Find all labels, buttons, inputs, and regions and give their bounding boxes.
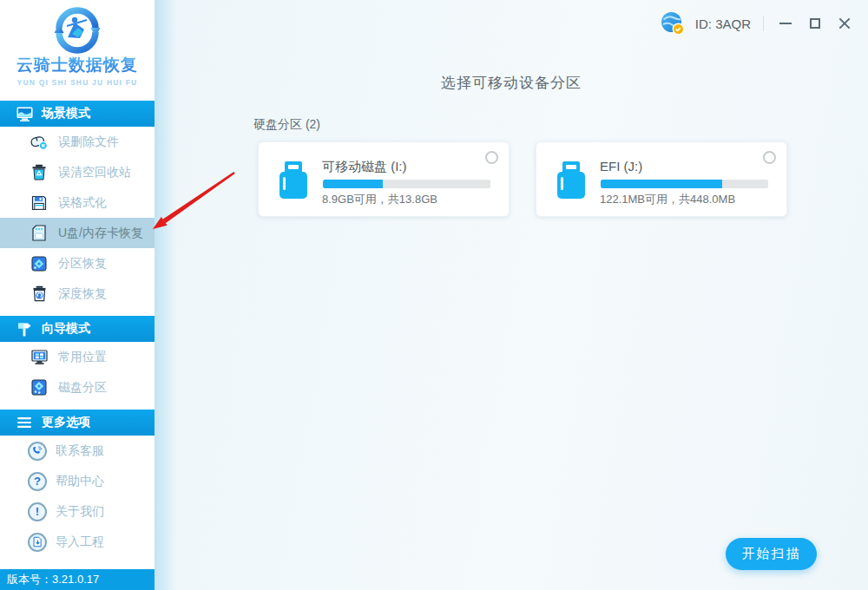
sidebar-item-contact-service[interactable]: 联系客服 <box>0 436 155 466</box>
sidebar-item-label: 关于我们 <box>56 504 104 520</box>
sidebar-item-common-locations[interactable]: 常用位置 <box>0 342 155 372</box>
usage-progress-bar <box>601 180 768 188</box>
section-header-more-options: 更多选项 <box>0 410 155 436</box>
partition-radio[interactable] <box>763 151 776 164</box>
import-project-icon <box>28 533 47 552</box>
about-us-icon: ! <box>28 502 47 521</box>
close-button[interactable] <box>835 14 854 33</box>
format-icon <box>30 193 49 213</box>
section-header-label: 更多选项 <box>42 415 90 430</box>
app-logo-icon <box>45 3 109 56</box>
minimize-icon <box>779 23 792 24</box>
partition-recovery-icon <box>30 254 49 273</box>
maximize-icon <box>810 18 820 29</box>
sidebar-item-label: 分区恢复 <box>58 256 107 272</box>
scene-mode-icon <box>15 104 34 123</box>
recycle-bin-icon <box>30 163 49 182</box>
partition-card-efi-j[interactable]: EFI (J:) 122.1MB可用，共448.0MB <box>536 141 787 217</box>
app-subtitle: YUN QI SHI SHU JU HUI FU <box>17 78 138 87</box>
sidebar-item-formatted[interactable]: 误格式化 <box>0 187 155 218</box>
minimize-button[interactable] <box>776 14 795 33</box>
sidebar-item-recycle-bin[interactable]: 误清空回收站 <box>0 157 155 187</box>
sidebar-item-label: U盘/内存卡恢复 <box>58 226 143 241</box>
window-titlebar: ID: 3AQR <box>661 0 868 47</box>
deep-recovery-icon <box>30 285 49 304</box>
partition-group-label: 硬盘分区 (2) <box>253 117 320 133</box>
page-title: 选择可移动设备分区 <box>155 73 868 93</box>
sidebar-item-import-project[interactable]: 导入工程 <box>0 527 155 557</box>
sidebar-item-label: 常用位置 <box>58 350 107 365</box>
start-scan-button[interactable]: 开始扫描 <box>726 538 817 570</box>
sidebar-item-partition-recovery[interactable]: 分区恢复 <box>0 248 155 279</box>
partition-capacity: 8.9GB可用，共13.8GB <box>322 192 437 207</box>
partition-card-removable-disk-i[interactable]: 可移动磁盘 (I:) 8.9GB可用，共13.8GB <box>258 141 510 217</box>
version-label: 版本号：3.21.0.17 <box>0 569 155 590</box>
sidebar-item-label: 误清空回收站 <box>58 165 131 180</box>
contact-service-icon <box>28 442 47 461</box>
usage-progress-bar <box>323 180 490 188</box>
usb-card-icon <box>30 224 49 243</box>
usb-drive-icon <box>279 161 308 203</box>
wizard-mode-icon <box>15 319 34 338</box>
sidebar-item-deep-recovery[interactable]: 深度恢复 <box>0 279 155 309</box>
section-header-wizard-mode: 向导模式 <box>0 316 155 342</box>
usb-drive-icon <box>556 161 586 203</box>
maximize-button[interactable] <box>806 14 825 33</box>
disk-partition-icon <box>30 378 49 397</box>
main-panel: 选择可移动设备分区 硬盘分区 (2) 可移动磁盘 (I:) 8.9GB可用，共1… <box>155 0 868 590</box>
close-icon <box>838 17 851 30</box>
sidebar-item-label: 帮助中心 <box>56 474 104 489</box>
section-header-scene-mode: 场景模式 <box>0 101 155 127</box>
help-center-icon: ? <box>28 472 47 491</box>
sidebar-item-label: 导入工程 <box>56 534 104 550</box>
usage-progress-fill <box>601 180 722 188</box>
titlebar-divider <box>763 16 764 31</box>
partition-name: EFI (J:) <box>600 159 642 174</box>
partition-radio[interactable] <box>485 151 498 164</box>
user-id-label: ID: 3AQR <box>695 16 751 31</box>
section-header-label: 场景模式 <box>42 106 90 121</box>
sidebar-item-usb-recovery[interactable]: U盘/内存卡恢复 <box>0 218 155 248</box>
sidebar-item-about-us[interactable]: ! 关于我们 <box>0 496 155 527</box>
common-location-icon <box>30 348 49 367</box>
sidebar: 云骑士数据恢复 YUN QI SHI SHU JU HUI FU 场景模式 <box>0 0 155 590</box>
sidebar-item-label: 误格式化 <box>58 195 107 211</box>
partition-name: 可移动磁盘 (I:) <box>322 159 407 175</box>
partition-capacity: 122.1MB可用，共448.0MB <box>600 192 735 207</box>
sidebar-item-label: 磁盘分区 <box>58 380 107 396</box>
sidebar-item-help-center[interactable]: ? 帮助中心 <box>0 466 155 496</box>
sidebar-item-deleted-file[interactable]: 误删除文件 <box>0 127 155 157</box>
section-header-label: 向导模式 <box>42 321 90 337</box>
usage-progress-fill <box>323 180 383 188</box>
sidebar-item-disk-partitions[interactable]: 磁盘分区 <box>0 372 155 403</box>
sidebar-item-label: 联系客服 <box>56 443 104 459</box>
sidebar-item-label: 误删除文件 <box>58 134 119 150</box>
account-badge-icon <box>661 11 685 36</box>
sidebar-item-label: 深度恢复 <box>58 286 107 302</box>
deleted-file-icon <box>30 133 49 152</box>
app-logo-block: 云骑士数据恢复 YUN QI SHI SHU JU HUI FU <box>0 0 155 101</box>
more-options-icon <box>15 413 34 432</box>
app-title: 云骑士数据恢复 <box>16 54 138 76</box>
